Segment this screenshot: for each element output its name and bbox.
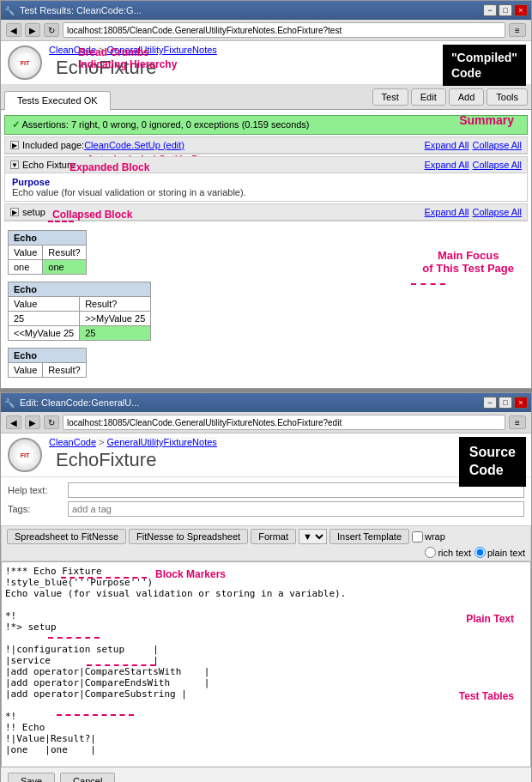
close-button-1[interactable]: × <box>514 4 528 16</box>
tabs-area-1: Tests Executed OK <box>1 85 114 109</box>
included-page-section: ▶ Included page: CleanCode.SetUp (edit) … <box>1 136 531 155</box>
table2-col-result: Result? <box>80 297 151 312</box>
table2-col-value: Value <box>9 297 80 312</box>
summary-bar: ✓ Assertions: 7 right, 0 wrong, 0 ignore… <box>4 115 528 135</box>
save-button[interactable]: Save <box>8 773 55 782</box>
format-dropdown[interactable]: ▼ <box>299 529 327 544</box>
table2-row1-result: >>MyValue 25 <box>80 312 151 326</box>
breadcrumb-cleancode-2[interactable]: CleanCode <box>49 437 96 447</box>
compiled-code-annotation: "Compiled"Code <box>443 45 526 86</box>
browser-menu-2[interactable]: ≡ <box>509 415 526 429</box>
test-tables-area: Echo Value Result? one one Echo Value Re… <box>1 223 531 385</box>
summary-annotation: Summary <box>459 113 514 127</box>
echo-table-2: Echo Value Result? 25 >>MyValue 25 <<MyV… <box>8 282 151 341</box>
test-button[interactable]: Test <box>372 88 408 106</box>
forward-button-2[interactable]: ▶ <box>25 415 40 429</box>
add-button[interactable]: Add <box>449 88 485 106</box>
code-area-container: !*** Echo Fixture !style_blue('''Purpose… <box>1 561 531 769</box>
toggle-included[interactable]: ▶ <box>10 141 19 149</box>
close-button-2[interactable]: × <box>514 397 528 409</box>
window-title-2: Edit: CleanCode:GeneralU... <box>20 397 483 408</box>
echo-expand-all[interactable]: Expand All <box>425 160 469 170</box>
refresh-button-1[interactable]: ↻ <box>44 23 59 37</box>
action-bar: Save Cancel <box>1 769 531 782</box>
included-page-block: ▶ Included page: CleanCode.SetUp (edit) … <box>4 136 528 155</box>
table2-row1-value: 25 <box>9 312 80 326</box>
included-link[interactable]: CleanCode.SetUp (edit) <box>84 140 184 150</box>
maximize-button-1[interactable]: □ <box>499 4 512 16</box>
included-page-header[interactable]: ▶ Included page: CleanCode.SetUp (edit) … <box>5 137 527 154</box>
maximize-button-2[interactable]: □ <box>499 397 512 409</box>
included-collapse-all[interactable]: Collapse All <box>473 140 522 150</box>
spreadsheet-to-fitnesse-btn[interactable]: Spreadsheet to FitNesse <box>7 529 126 544</box>
arrow-plain-text <box>87 664 155 666</box>
help-text-row: Help text: <box>8 482 524 498</box>
table3-col-result: Result? <box>43 363 86 378</box>
insert-template-btn[interactable]: Insert Template <box>329 529 409 544</box>
edit-button[interactable]: Edit <box>411 88 446 106</box>
tab-tests-executed-ok[interactable]: Tests Executed OK <box>4 91 111 111</box>
echo-fixture-body: Purpose Echo value (for visual validatio… <box>5 173 527 201</box>
edit-form: Help text: Tags: <box>1 477 531 525</box>
fitnesse-logo-1: FIT <box>8 45 42 80</box>
assertions-text: Assertions: 7 right, 0 wrong, 0 ignored,… <box>21 119 309 130</box>
plain-text-annotation: Plain Text <box>466 613 514 625</box>
expanded-block-annotation: Expanded Block <box>70 161 149 173</box>
setup-title: setup <box>22 207 45 217</box>
code-textarea[interactable]: !*** Echo Fixture !style_blue('''Purpose… <box>1 561 531 767</box>
test-tables-annotation: Test Tables <box>459 690 514 702</box>
page-title-2: EchoFixture <box>49 447 217 473</box>
plain-text-radio[interactable] <box>475 547 486 558</box>
wrap-label: wrap <box>425 531 445 542</box>
minimize-button-2[interactable]: − <box>483 397 497 409</box>
window-test-results: 🔧 Test Results: CleanCode:G... − □ × ◀ ▶… <box>0 0 532 389</box>
minimize-button-1[interactable]: − <box>483 4 497 16</box>
echo-fixture-section: ▼ Echo Fixture Expand All Collapse All P… <box>1 156 531 202</box>
echo-collapse-all[interactable]: Collapse All <box>473 160 522 170</box>
echo-fixture-title: Echo Fixture <box>22 160 76 170</box>
browser-bar-2: ◀ ▶ ↻ ≡ <box>1 412 531 433</box>
setup-collapse-all[interactable]: Collapse All <box>473 207 522 217</box>
help-text-input[interactable] <box>68 482 524 498</box>
help-text-label: Help text: <box>8 485 68 495</box>
breadcrumb-generalutility-2[interactable]: GeneralUtilityFixtureNotes <box>106 437 216 447</box>
breadcrumb-2: CleanCode > GeneralUtilityFixtureNotes <box>49 437 217 447</box>
url-bar-1[interactable] <box>63 22 505 38</box>
setup-expand-all[interactable]: Expand All <box>425 207 469 217</box>
checkmark-icon: ✓ <box>12 119 20 130</box>
rich-text-radio[interactable] <box>425 547 436 558</box>
back-button-1[interactable]: ◀ <box>6 23 21 37</box>
titlebar-controls-2: − □ × <box>483 397 528 409</box>
source-code-annotation: SourceCode <box>459 437 526 487</box>
tools-button[interactable]: Tools <box>487 88 528 106</box>
echo-expand-collapse: Expand All Collapse All <box>425 160 522 170</box>
toggle-echo-fixture[interactable]: ▼ <box>10 161 19 169</box>
refresh-button-2[interactable]: ↻ <box>44 415 59 429</box>
content-area-1: ✓ Assertions: 7 right, 0 wrong, 0 ignore… <box>1 110 531 388</box>
breadcrumb-and-title-2: CleanCode > GeneralUtilityFixtureNotes E… <box>49 437 217 473</box>
arrow-test-tables <box>57 714 134 716</box>
plain-text-label: plain text <box>475 547 525 558</box>
block-markers-annotation: Block Markers <box>155 568 226 580</box>
cancel-button[interactable]: Cancel <box>60 773 115 782</box>
format-btn[interactable]: Format <box>251 529 296 544</box>
plain-text-text: plain text <box>487 548 525 558</box>
url-bar-2[interactable] <box>63 415 505 430</box>
tags-input[interactable] <box>68 501 524 517</box>
included-label: Included page: <box>22 140 84 150</box>
arrow-1 <box>48 221 74 222</box>
breadcrumbs-annotation: Bread CrumbsIndicating Hierarchy <box>78 46 177 70</box>
table3-header: Echo <box>9 349 87 363</box>
wrap-checkbox[interactable] <box>412 531 423 543</box>
included-expand-all[interactable]: Expand All <box>425 140 469 150</box>
echo-table-1: Echo Value Result? one one <box>8 230 87 275</box>
tab-toolbar-row-1: Tests Executed OK Test Edit Add Tools <box>1 85 531 110</box>
browser-menu-1[interactable]: ≡ <box>509 23 526 37</box>
purpose-label: Purpose <box>12 177 520 187</box>
included-expand-collapse: Expand All Collapse All <box>425 140 522 150</box>
fitnesse-to-spreadsheet-btn[interactable]: FitNesse to Spreadsheet <box>129 529 248 544</box>
toggle-setup[interactable]: ▶ <box>10 208 19 216</box>
forward-button-1[interactable]: ▶ <box>25 23 40 37</box>
back-button-2[interactable]: ◀ <box>6 415 21 429</box>
arrow-block-marker-2 <box>48 637 100 639</box>
